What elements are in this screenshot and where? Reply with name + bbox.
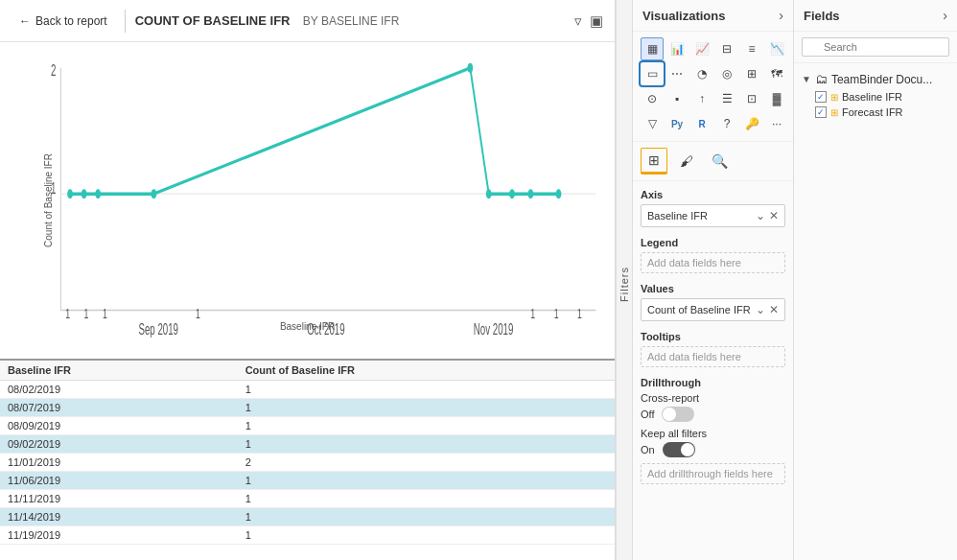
values-label: Values	[641, 283, 785, 294]
tree-item-forecast-ifr[interactable]: ✓ ⊞ Forecast IFR	[794, 105, 957, 120]
table-row[interactable]: 11/19/20191	[0, 526, 615, 545]
fields-panel-header: Fields ›	[794, 0, 957, 32]
table-row[interactable]: 09/02/20191	[0, 435, 615, 454]
main-area: ← Back to report COUNT OF BASELINE IFR B…	[0, 0, 616, 560]
values-close-icon[interactable]: ✕	[769, 303, 779, 316]
table-row[interactable]: 08/09/20191	[0, 417, 615, 435]
keep-filters-track[interactable]	[663, 442, 695, 457]
svg-text:2: 2	[51, 62, 56, 80]
back-button[interactable]: ← Back to report	[12, 11, 115, 32]
viz-icon-decomp[interactable]: 🔑	[740, 112, 763, 135]
tree-item-label-baseline: Baseline IFR	[842, 91, 902, 103]
values-chevron-icon[interactable]: ⌄	[756, 303, 765, 316]
table-icon-baseline: ⊞	[830, 92, 838, 103]
viz-icon-kpi[interactable]: ↑	[690, 87, 713, 110]
keep-filters-label: Keep all filters	[641, 428, 785, 439]
chart-area: Count of Baseline IFR 2 1 Sep 2019 Oct 2…	[0, 42, 615, 359]
viz-icon-pie[interactable]: ◔	[690, 62, 713, 85]
table-row[interactable]: 11/01/20192	[0, 454, 615, 472]
cross-report-toggle[interactable]: Off	[641, 407, 785, 422]
viz-panel-header: Visualizations ›	[633, 0, 793, 32]
tooltips-section: Tooltips Add data fields here	[641, 331, 785, 367]
axis-field[interactable]: Baseline IFR ⌄ ✕	[641, 204, 785, 227]
tree-item-baseline-ifr[interactable]: ✓ ⊞ Baseline IFR	[794, 89, 957, 105]
filter-sidebar-label: Filters	[619, 267, 630, 302]
table-cell-date: 11/01/2019	[0, 454, 238, 472]
filter-icon[interactable]: ▿	[574, 12, 582, 30]
tree-expand-icon: ▼	[802, 74, 811, 84]
table-row[interactable]: 11/14/20191	[0, 508, 615, 526]
svg-point-16	[82, 189, 87, 198]
tree-group-header-teambinder[interactable]: ▼ 🗂 TeamBinder Docu...	[794, 69, 957, 89]
tooltips-placeholder[interactable]: Add data fields here	[641, 346, 785, 367]
tree-group-label: TeamBinder Docu...	[831, 73, 932, 86]
axis-label: Axis	[641, 189, 785, 200]
viz-tab-analytics[interactable]: 🔍	[706, 148, 733, 175]
viz-icon-100-bar[interactable]: ≡	[740, 37, 763, 60]
filter-sidebar-toggle[interactable]: Filters	[616, 0, 633, 560]
cross-report-track[interactable]	[662, 407, 694, 422]
drillthrough-fields-placeholder[interactable]: Add drillthrough fields here	[641, 463, 785, 484]
viz-icon-funnel[interactable]: ▽	[641, 112, 664, 135]
viz-expand-icon[interactable]: ›	[779, 8, 783, 23]
search-input[interactable]	[802, 37, 949, 57]
viz-icon-scatter[interactable]: ⋯	[665, 62, 689, 85]
viz-icon-more[interactable]: ···	[765, 112, 788, 135]
viz-icon-table[interactable]: ▦	[641, 37, 664, 60]
svg-text:Sep 2019: Sep 2019	[138, 320, 178, 338]
forecast-ifr-checkbox[interactable]: ✓	[815, 106, 827, 118]
viz-tabs: ⊞ 🖌 🔍	[633, 142, 793, 181]
viz-icon-area[interactable]: ▭	[641, 62, 664, 85]
values-value: Count of Baseline IFR	[647, 304, 751, 315]
fields-expand-icon[interactable]: ›	[943, 8, 947, 23]
viz-tab-format[interactable]: 🖌	[673, 148, 700, 175]
keep-filters-state: On	[641, 444, 655, 455]
chart-svg: 2 1 Sep 2019 Oct 2019 Nov 2019 1 1 1 1 1…	[10, 52, 605, 359]
legend-label: Legend	[641, 237, 785, 248]
viz-icon-matrix[interactable]: ⊡	[740, 87, 763, 110]
viz-icon-map[interactable]: 🗺	[765, 62, 788, 85]
viz-icon-gauge[interactable]: ⊙	[641, 87, 664, 110]
viz-icon-slicer[interactable]: ☰	[715, 87, 738, 110]
values-section: Values Count of Baseline IFR ⌄ ✕	[641, 283, 785, 321]
axis-value: Baseline IFR	[647, 210, 708, 222]
table-row[interactable]: 08/07/20191	[0, 399, 615, 417]
fields-tree: ▼ 🗂 TeamBinder Docu... ✓ ⊞ Baseline IFR …	[794, 63, 957, 560]
table-cell-count: 1	[238, 417, 615, 435]
viz-icon-card[interactable]: ▪	[665, 87, 689, 110]
viz-icon-qna[interactable]: ?	[715, 112, 738, 135]
viz-icon-donut[interactable]: ◎	[715, 62, 738, 85]
drillthrough-label: Drillthrough	[641, 377, 785, 388]
table-area[interactable]: Baseline IFR Count of Baseline IFR 08/02…	[0, 359, 615, 560]
svg-point-17	[95, 189, 101, 198]
axis-chevron-icon[interactable]: ⌄	[756, 209, 765, 222]
viz-icon-bar[interactable]: 📊	[665, 37, 689, 60]
keep-filters-toggle[interactable]: On	[641, 442, 785, 457]
table-row[interactable]: 11/11/20191	[0, 490, 615, 508]
svg-text:1: 1	[196, 305, 200, 321]
viz-icon-line[interactable]: 📉	[765, 37, 788, 60]
fields-panel: Fields › 🔍 ▼ 🗂 TeamBinder Docu... ✓ ⊞ Ba…	[794, 0, 957, 560]
axis-field-icons: ⌄ ✕	[756, 209, 779, 222]
table-cell-date: 11/14/2019	[0, 508, 238, 526]
viz-tab-fields[interactable]: ⊞	[641, 148, 667, 175]
viz-icon-treemap[interactable]: ⊞	[740, 62, 763, 85]
viz-icon-py[interactable]: Py	[665, 112, 689, 135]
viz-icon-waterfall[interactable]: ▓	[765, 87, 788, 110]
tree-group-icon-img: 🗂	[815, 72, 828, 86]
values-field-icons: ⌄ ✕	[756, 303, 779, 316]
viz-icon-r[interactable]: R	[690, 112, 713, 135]
svg-text:1: 1	[577, 305, 582, 321]
focus-icon[interactable]: ▣	[590, 12, 603, 30]
viz-icon-grid: ▦ 📊 📈 ⊟ ≡ 📉 ▭ ⋯ ◔ ◎ ⊞ 🗺 ⊙ ▪ ↑ ☰ ⊡ ▓ ▽ Py…	[633, 32, 793, 142]
legend-placeholder[interactable]: Add data fields here	[641, 252, 785, 273]
viz-icon-stacked-bar[interactable]: 📈	[690, 37, 713, 60]
table-row[interactable]: 11/06/20191	[0, 472, 615, 490]
table-row[interactable]: 08/02/20191	[0, 381, 615, 399]
axis-close-icon[interactable]: ✕	[769, 209, 779, 222]
viz-icon-clustered-bar[interactable]: ⊟	[715, 37, 738, 60]
baseline-ifr-checkbox[interactable]: ✓	[815, 91, 827, 103]
table-cell-date: 11/11/2019	[0, 490, 238, 508]
values-field[interactable]: Count of Baseline IFR ⌄ ✕	[641, 298, 785, 321]
viz-panel-title: Visualizations	[642, 9, 725, 23]
